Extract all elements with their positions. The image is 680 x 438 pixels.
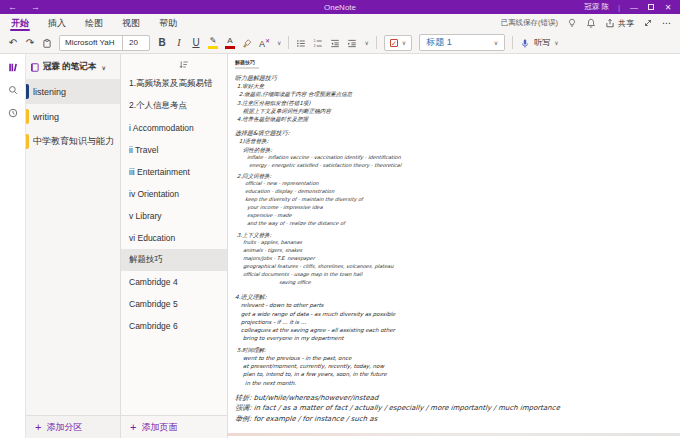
search-icon[interactable]	[8, 84, 18, 94]
handwriting-line: 4.培养各题型做题时长及把握	[235, 115, 680, 123]
redo-button[interactable]: ↷	[25, 38, 35, 48]
share-icon	[605, 18, 615, 28]
font-name-select[interactable]: Microsoft YaH	[60, 38, 122, 47]
undo-button[interactable]: ↶	[8, 38, 18, 48]
section-label: writing	[33, 112, 59, 122]
highlighter-button[interactable]: ✎	[208, 37, 218, 49]
page-item[interactable]: 解题技巧	[121, 249, 227, 271]
svg-text:2: 2	[314, 44, 316, 48]
left-rail	[0, 54, 26, 438]
handwriting-line: 强调: in fact / as a matter of fact / actu…	[235, 403, 680, 414]
handwriting-line: in the next month.	[235, 379, 680, 387]
font-size-select[interactable]: 20	[123, 38, 149, 47]
ribbon-tab[interactable]: 视图	[121, 14, 141, 32]
increase-indent-icon[interactable]	[347, 38, 357, 48]
page-title-block: 解题技巧	[235, 59, 680, 69]
plus-icon: +	[130, 422, 136, 433]
decrease-indent-icon[interactable]	[330, 38, 340, 48]
handwriting-line: and the way of - realize the distance of	[235, 220, 680, 228]
pages-panel: 1.高频场景及高频易错 2.个人信息考点 i Accommodation ii …	[121, 54, 228, 438]
page-item[interactable]: Cambridge 6	[121, 315, 227, 337]
handwriting-line: expensive - made	[235, 212, 680, 220]
recent-notes-clock-icon[interactable]	[8, 107, 18, 117]
page-list: 1.高频场景及高频易错 2.个人信息考点 i Accommodation ii …	[121, 73, 227, 337]
page-item[interactable]: i Accommodation	[121, 117, 227, 139]
italic-button[interactable]: I	[174, 38, 184, 48]
section-item[interactable]: 中学教育知识与能力	[26, 129, 120, 154]
clear-formatting-button[interactable]: A✕	[259, 37, 270, 49]
share-button[interactable]: 共享	[605, 18, 634, 29]
more-options-icon[interactable]: ⋯	[662, 18, 672, 28]
sections-panel: 冠霖 的笔记本 ∨ listening writing 中学教育知识与能力	[26, 54, 121, 438]
format-painter-icon[interactable]	[242, 38, 252, 48]
ribbon-tab[interactable]: 插入	[47, 14, 67, 32]
handwriting-line: get a wide range of data - as much diver…	[235, 310, 680, 318]
page-item[interactable]: 2.个人信息考点	[121, 95, 227, 117]
page-canvas[interactable]: 解题技巧 听力题解题技巧 1.审好大意 2.做题前,仔细阅读题干内容 合理预测重…	[228, 54, 680, 438]
handwriting-line: 5.时间理解:	[235, 346, 680, 354]
notebooks-icon[interactable]	[8, 61, 18, 71]
close-button[interactable]: ✕	[663, 3, 673, 12]
handwriting-line: 1)语音替换:	[235, 137, 680, 145]
bold-button[interactable]: B	[157, 38, 167, 48]
section-item[interactable]: writing	[26, 104, 120, 129]
toolbar-separator	[512, 36, 513, 49]
svg-text:1: 1	[314, 39, 316, 43]
app-title: OneNote	[324, 3, 356, 12]
page-item[interactable]: vi Education	[121, 227, 227, 249]
lightbulb-icon[interactable]	[567, 18, 577, 28]
handwriting-line: energy - energetic satisfied - satisfact…	[235, 162, 680, 170]
numbered-list-icon[interactable]: 12	[313, 38, 323, 48]
paragraph-group-chevron-icon[interactable]: ∨	[364, 39, 368, 46]
user-name[interactable]: 冠霖 陈	[584, 2, 609, 12]
page-item[interactable]: Cambridge 4	[121, 271, 227, 293]
section-color-tab	[26, 84, 29, 99]
style-dropdown[interactable]: 标题 1 ∨	[419, 34, 505, 51]
page-item[interactable]: v Library	[121, 205, 227, 227]
page-label: iv Orientation	[129, 189, 179, 199]
save-status: 已离线保存(错误)	[501, 18, 559, 28]
paste-clipboard-icon[interactable]	[42, 38, 52, 48]
notifications-bell-icon[interactable]	[586, 18, 596, 28]
horizontal-scrollbar[interactable]	[228, 433, 680, 436]
ribbon-tab[interactable]: 绘图	[84, 14, 104, 32]
page-item[interactable]: Cambridge 5	[121, 293, 227, 315]
add-section-button[interactable]: + 添加分区	[26, 415, 120, 438]
section-label: listening	[33, 87, 66, 97]
page-item[interactable]: 1.高频场景及高频易错	[121, 73, 227, 95]
maximize-button[interactable]	[648, 4, 654, 10]
toolbar-separator	[376, 36, 377, 49]
handwriting-line: 选择题&填空题技巧:	[235, 128, 680, 137]
handwriting-line: 2.同义词替换:	[235, 172, 680, 180]
handwriting-line: 举例: for example / for instance / such as	[235, 414, 680, 425]
section-item[interactable]: listening	[26, 79, 120, 104]
font-group-chevron-icon[interactable]: ∨	[277, 39, 281, 46]
page-item[interactable]: iii Entertainment	[121, 161, 227, 183]
title-bar: ← → OneNote 冠霖 陈 | — ✕	[0, 0, 680, 14]
font-color-button[interactable]: A	[225, 37, 235, 49]
notebook-header[interactable]: 冠霖 的笔记本 ∨	[26, 54, 120, 79]
page-item[interactable]: iv Orientation	[121, 183, 227, 205]
back-icon[interactable]: ←	[8, 2, 17, 12]
forward-icon[interactable]: →	[31, 2, 40, 12]
dictate-button[interactable]: 听写 ∨	[520, 37, 558, 48]
todo-tag-dropdown[interactable]: ✓ ∨	[384, 35, 412, 51]
sort-pages-icon[interactable]	[179, 59, 189, 69]
ribbon-tab[interactable]: 帮助	[158, 14, 178, 32]
ribbon-tab[interactable]: 开始	[10, 14, 30, 32]
underline-button[interactable]: U	[191, 38, 201, 48]
page-item[interactable]: ii Travel	[121, 139, 227, 161]
minimize-button[interactable]: —	[629, 3, 639, 12]
handwriting-line: 1.审好大意	[235, 82, 680, 90]
bulleted-list-icon[interactable]	[296, 38, 306, 48]
handwriting-line: 2.做题前,仔细阅读题干内容 合理预测重点信息	[235, 90, 680, 98]
todo-checkbox-icon: ✓	[390, 39, 398, 47]
section-color-tab	[26, 109, 29, 124]
handwriting-line: relevant - down to other parts	[235, 301, 680, 309]
handwriting-line: colleagues at the saving agree - all ass…	[235, 326, 680, 334]
handwriting-line: your income - impressive idea	[235, 204, 680, 212]
add-page-button[interactable]: + 添加页面	[121, 415, 227, 438]
expand-window-icon[interactable]	[643, 18, 653, 28]
notebook-name: 冠霖 的笔记本	[43, 61, 96, 73]
handwriting-line: 3.注意区分相似发音(答错1项)	[235, 99, 680, 107]
